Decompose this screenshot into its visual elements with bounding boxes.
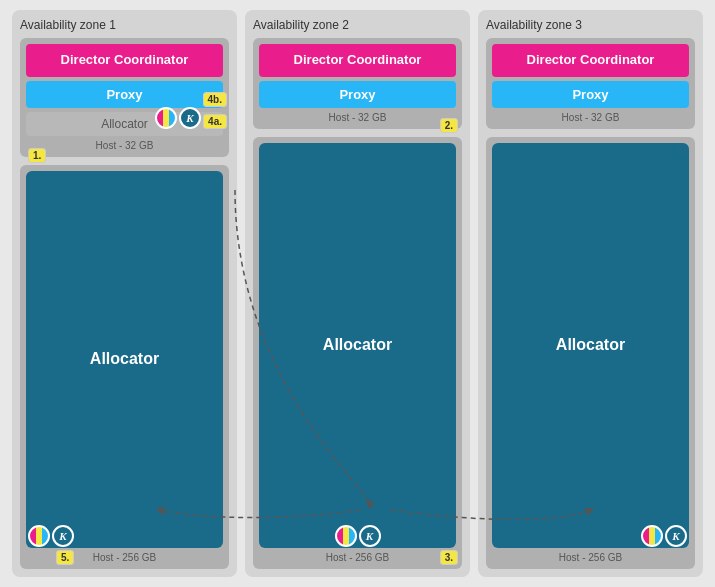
zone-1-title: Availability zone 1 xyxy=(20,18,229,32)
zone-2: Availability zone 2 Director Coordinator… xyxy=(245,10,470,577)
zone-2-director: Director Coordinator xyxy=(259,44,456,77)
zone-1-proxy: Proxy xyxy=(26,81,223,108)
badge-1: 1. xyxy=(28,148,46,163)
db-icon-2 xyxy=(335,525,357,547)
zone-2-proxy: Proxy xyxy=(259,81,456,108)
zone-2-allocator-big-label: Allocator xyxy=(323,336,392,354)
main-container: Availability zone 1 Director Coordinator… xyxy=(0,0,715,587)
zone-3-top-host-label: Host - 32 GB xyxy=(492,112,689,123)
zone-1-bottom-icons: K xyxy=(28,525,74,547)
zone-1-allocator-big-label: Allocator xyxy=(90,350,159,368)
zone-2-title: Availability zone 2 xyxy=(253,18,462,32)
k-icon-1: K xyxy=(179,107,201,129)
k-icon-2: K xyxy=(359,525,381,547)
badge-2: 2. xyxy=(440,118,458,133)
badge-5: 5. xyxy=(56,550,74,565)
zone-3-bottom-icons: K xyxy=(641,525,687,547)
db-icon-1 xyxy=(155,107,177,129)
zone-3-title: Availability zone 3 xyxy=(486,18,695,32)
zone-2-bottom-icons: K xyxy=(335,525,381,547)
zone-3-top-host: Director Coordinator Proxy Host - 32 GB xyxy=(486,38,695,129)
zone-1-allocator-big: Allocator xyxy=(26,171,223,548)
badge-3: 3. xyxy=(440,550,458,565)
db-icon-3 xyxy=(641,525,663,547)
zone-2-bottom-host: Allocator K 3. Host - 256 GB xyxy=(253,137,462,569)
zone-3-director: Director Coordinator xyxy=(492,44,689,77)
zone-3-allocator-big: Allocator xyxy=(492,143,689,548)
zone-3-proxy: Proxy xyxy=(492,81,689,108)
zone-3-allocator-big-label: Allocator xyxy=(556,336,625,354)
zone-2-bottom-host-label: Host - 256 GB xyxy=(259,552,456,563)
zone-2-top-host: Director Coordinator Proxy Host - 32 GB … xyxy=(253,38,462,129)
zone-1-top-host-label: Host - 32 GB xyxy=(26,140,223,151)
k-icon-1b: K xyxy=(52,525,74,547)
db-icon-1b xyxy=(28,525,50,547)
k-icon-3: K xyxy=(665,525,687,547)
zone-3-bottom-host: Allocator K Host - 256 GB xyxy=(486,137,695,569)
zone-3: Availability zone 3 Director Coordinator… xyxy=(478,10,703,577)
badge-4a: 4a. xyxy=(203,114,227,129)
zone-2-allocator-big: Allocator xyxy=(259,143,456,548)
zone-1: Availability zone 1 Director Coordinator… xyxy=(12,10,237,577)
zone-1-top-host: Director Coordinator Proxy Allocator K 4… xyxy=(20,38,229,157)
zone-1-director: Director Coordinator xyxy=(26,44,223,77)
zone-1-bottom-host: Allocator K 5. Host - 256 GB xyxy=(20,165,229,569)
zone-3-bottom-host-label: Host - 256 GB xyxy=(492,552,689,563)
zone-2-top-host-label: Host - 32 GB xyxy=(259,112,456,123)
zone-1-top-icons: K xyxy=(155,107,201,129)
badge-4b: 4b. xyxy=(203,92,227,107)
